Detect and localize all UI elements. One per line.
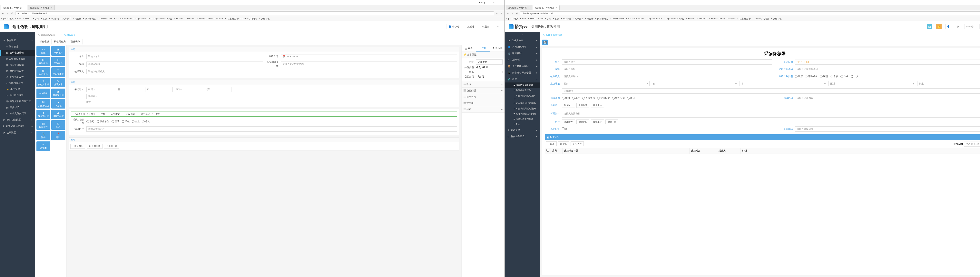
sidebar-item[interactable]: 🗀企业文件夹管理 — [0, 110, 35, 116]
search-condition-select[interactable]: 全选,且按,顺序过滤, — [964, 141, 980, 146]
palette-item[interactable]: T多行文本框 — [37, 78, 50, 88]
prop-accordion[interactable]: ▤ 数据+ — [461, 81, 504, 88]
bookmark-item[interactable]: ▸ BeJson — [174, 18, 183, 20]
sidebar-item[interactable]: ⎘工作流模板编辑 — [0, 56, 35, 62]
url-input[interactable]: dev.dadayun.cn/dev/index.html — [15, 11, 494, 15]
back-icon[interactable]: ← — [1, 12, 5, 15]
close-tab-icon[interactable]: × — [51, 7, 52, 9]
breadcrumb-item[interactable]: ✎ 新建采编备忘录 — [543, 33, 562, 37]
palette-item[interactable]: ☑多选按钮组 — [37, 99, 50, 108]
gear-icon[interactable]: ⚙ — [955, 24, 960, 29]
sidebar-item[interactable]: ≡测试菜单▸ — [505, 127, 540, 133]
maximize-button[interactable]: □ — [491, 2, 497, 4]
sidebar-item[interactable]: 🕮字典维护 — [0, 104, 35, 110]
bookmark-item[interactable]: ▸ Highcharts API — [646, 18, 662, 20]
palette-item[interactable]: ⊞三列布局 — [51, 57, 65, 66]
sidebar-item[interactable]: ⚡事件管理 — [0, 86, 35, 92]
star-icon[interactable]: ☆ — [495, 12, 499, 15]
expand-icon[interactable]: + — [501, 89, 503, 92]
bookmark-item[interactable]: ▸ BeJson — [686, 18, 695, 20]
palette-item[interactable]: ▭分组 — [37, 46, 50, 56]
attach-button[interactable]: 添加图片 — [562, 103, 575, 108]
content-input[interactable]: 请输入访谈内容 — [86, 126, 457, 132]
url-input[interactable]: qiye.dadayun.cn/user/index.html — [520, 11, 980, 15]
bookmark-item[interactable]: ▸ 阿里云 — [585, 17, 593, 20]
bookmark-item[interactable]: ▸ Sencha Fiddle — [709, 18, 725, 20]
bookmark-item[interactable]: ▸ USER — [24, 18, 31, 20]
bookmark-item[interactable]: ▸ dev — [538, 18, 544, 20]
bookmark-item[interactable]: ▸ 百度 — [41, 17, 48, 20]
bookmark-item[interactable]: ▸ 百度 — [553, 17, 559, 20]
sidebar-subitem[interactable]: ⇄ 删除的销售订单 — [505, 88, 540, 93]
import-button[interactable]: ⇩ 导入 ▾ — [571, 142, 584, 146]
expand-icon[interactable]: » — [495, 24, 501, 29]
bookmark-item[interactable]: ▸ 百度地图api — [738, 17, 751, 20]
sidebar-group[interactable]: ⎘复式记账系统设置▸ — [0, 123, 35, 129]
menu-icon[interactable]: ≡ — [500, 12, 503, 15]
attach-button[interactable]: 批量上传 — [591, 103, 604, 108]
user-icon[interactable]: 👤 — [945, 24, 951, 29]
palette-item[interactable]: 📎附件 — [37, 131, 50, 140]
sidebar-group[interactable]: ⚙权限设置▸ — [0, 129, 35, 136]
interview-type-radios[interactable]: 新闻 事件 人物专访 深度报道 街头采访 调研 — [562, 97, 635, 100]
palette-item[interactable]: ▾下拉框 — [51, 99, 65, 108]
bookmark-item[interactable]: ▸ ExtJS Examples — [114, 18, 132, 20]
sidebar-item[interactable]: ▤表单模板编辑 — [0, 50, 35, 56]
palette-item[interactable]: ▥扫描控件 — [37, 120, 50, 130]
attach-button[interactable]: 添加附件 — [562, 119, 575, 124]
country-select[interactable]: 中国 ▾ — [86, 87, 114, 92]
attach-button[interactable]: 批量下载 — [605, 119, 618, 124]
attach-button[interactable]: 批量上传 — [591, 119, 604, 124]
addr-select[interactable]: 省 ▾ — [651, 81, 738, 86]
bookmark-item[interactable]: ▸ jsduck常用语法 — [241, 17, 257, 20]
bookmark-item[interactable]: ▸ UEditor — [215, 18, 224, 20]
expand-icon[interactable]: + — [501, 102, 503, 105]
attach-button[interactable]: 🗑 批量删除 — [87, 144, 102, 149]
label-input[interactable]: 访谈类别 — [476, 59, 503, 65]
bookmark-item[interactable]: ▸ 大彬 — [33, 17, 40, 20]
bookmark-item[interactable]: ▸ UEditor — [727, 18, 736, 20]
sidebar-item[interactable]: ≡菜单管理 — [0, 44, 35, 50]
collapse-sidebar-icon[interactable]: ≡ — [505, 32, 540, 37]
sidebar-item[interactable]: 👥人力资源管理▸ — [505, 44, 540, 50]
bookmark-item[interactable]: ▸ ExtJS651API — [610, 18, 624, 20]
user-role[interactable]: 总经理 — [465, 24, 476, 29]
prop-tab-form[interactable]: ▤ 表单 — [461, 45, 476, 51]
city-select[interactable]: 市 — [145, 87, 173, 92]
bookmark-item[interactable]: ▸ 其他书签 — [259, 17, 269, 20]
palette-item[interactable]: ⊞双列布局 — [37, 57, 50, 66]
final-draft-input[interactable]: 请输入采编成稿 — [795, 126, 980, 132]
close-tab-icon[interactable]: × — [529, 7, 530, 9]
logout-button[interactable]: ⎋ 退出 — [480, 24, 491, 29]
district-select[interactable]: 区/县 — [175, 87, 202, 92]
expand-icon[interactable]: + — [501, 96, 503, 98]
date-input[interactable]: 📅 2008-09-21 — [281, 54, 457, 59]
sidebar-subitem[interactable]: ⇄ 知会功能测试问题(1) — [505, 101, 540, 106]
save-template-button[interactable]: 保存模板 — [37, 39, 51, 45]
sidebar-item[interactable]: ⓘ自定义功能在线开发 — [0, 98, 35, 104]
preview-button[interactable]: 预览表单 — [68, 39, 83, 45]
palette-item[interactable]: ✎说明文本 — [51, 78, 65, 88]
prop-tab-db[interactable]: 🗄 数据库 — [490, 45, 504, 51]
target-name-input[interactable]: 请输入采访对象名称 — [795, 67, 980, 72]
sidebar-item[interactable]: 📦仓库与物流管理▸ — [505, 63, 540, 70]
bookmark-item[interactable]: ▸ Highcharts API中文 — [664, 17, 684, 20]
sidebar-subitem[interactable]: ⇄ 知会功能测试问题(3) — [505, 106, 540, 111]
sidebar-item[interactable]: ⇄通用接口设置 — [0, 92, 35, 98]
target-name-input[interactable]: 请输入采访对象名称 — [281, 62, 457, 67]
target-type-radios[interactable]: 政府 事业单位 医院 学校 企业 个人 — [86, 120, 150, 123]
form-canvas[interactable]: 布局 单号:请输入单号采访日期:📅 2008-09-21 编辑:请输入编辑采访对… — [67, 45, 461, 277]
target-type-radios[interactable]: 政府 事业单位 医院 学校 企业 个人 — [795, 75, 859, 78]
collapse-icon[interactable]: — — [500, 54, 503, 56]
bookmark-item[interactable]: ▸ jsduck常用语法 — [753, 17, 769, 20]
street-select[interactable]: 街道 — [204, 87, 231, 92]
collapse-sidebar-icon[interactable]: ≡ — [0, 32, 35, 37]
attach-button[interactable]: 批量删除 — [576, 103, 589, 108]
interviewee-input[interactable]: 请输入被采访人 — [562, 74, 772, 79]
province-select[interactable]: 省 — [116, 87, 143, 92]
palette-item[interactable]: ▾复合下拉框 — [37, 110, 50, 119]
content-input[interactable]: 请输入访谈内容 — [795, 96, 980, 101]
prop-accordion[interactable]: ▤ 样式+ — [461, 107, 504, 113]
bookmark-item[interactable]: ▸ Highcharts API中文 — [152, 17, 172, 20]
close-tab-icon[interactable]: × — [24, 7, 25, 9]
